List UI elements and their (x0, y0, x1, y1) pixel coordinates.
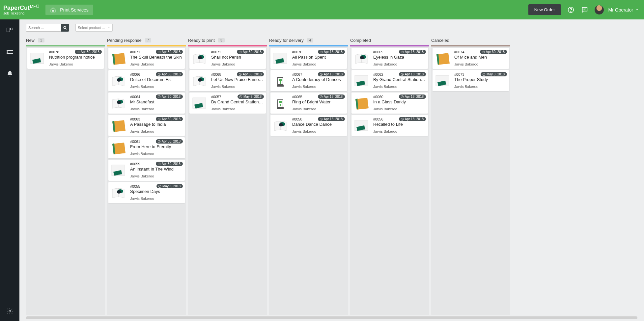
clock-icon (401, 95, 404, 98)
ticket-card[interactable]: #0074Apr 30, 2018Of Mice and MenJarvis B… (433, 48, 509, 69)
ticket-card[interactable]: #0058Apr 18, 2018Dance Dance DanceJarvis… (270, 115, 347, 136)
user-name: Mr Operator (608, 7, 633, 13)
svg-point-15 (64, 26, 66, 29)
svg-rect-7 (11, 28, 13, 30)
column-title: Canceled (431, 38, 449, 43)
ticket-card[interactable]: #0062Apr 18, 2018By Grand Central Statio… (351, 70, 428, 91)
ticket-thumbnail (270, 94, 290, 112)
sidebar (0, 19, 19, 321)
search-input[interactable] (26, 24, 61, 32)
ticket-date-badge: Apr 18, 2018 (318, 50, 345, 54)
ticket-thumbnail (189, 72, 209, 89)
ticket-id: #0057 (211, 95, 221, 99)
clock-icon (401, 73, 404, 76)
ticket-user: Jarvis Bakeroo (130, 129, 183, 133)
user-avatar[interactable] (595, 5, 604, 14)
ticket-card[interactable]: #0055May 3, 2018Specimen DaysJarvis Bake… (108, 182, 185, 203)
ticket-thumbnail (108, 94, 128, 112)
ticket-card[interactable]: #0078Apr 30, 2018Nutrition program notic… (27, 48, 104, 69)
ticket-card[interactable]: #0066Apr 30, 2018Dulce et Decorum EstJar… (108, 70, 185, 91)
ticket-date-badge: Apr 30, 2018 (156, 162, 183, 166)
column-cards: #0071Apr 30, 2018The Skull Beneath the S… (107, 46, 186, 204)
ticket-card[interactable]: #0071Apr 30, 2018The Skull Beneath the S… (108, 48, 185, 69)
ticket-title: An Instant In The Wind (130, 167, 183, 172)
home-icon (50, 7, 56, 13)
clock-icon (157, 140, 161, 143)
ticket-card[interactable]: #0073May 3, 2018The Proper StudyJarvis B… (433, 70, 509, 91)
ticket-card[interactable]: #0059Apr 30, 2018An Instant In The WindJ… (108, 160, 185, 181)
new-order-button[interactable]: New Order (528, 4, 561, 15)
ticket-card[interactable]: #0067Apr 18, 2018A Confederacy of Dunces… (270, 70, 347, 91)
clock-icon (238, 73, 242, 76)
ticket-thumbnail (27, 50, 47, 67)
column-header: Canceled (431, 36, 510, 45)
clock-icon (157, 50, 161, 54)
user-menu-chevron-icon[interactable] (635, 7, 639, 13)
ticket-date-badge: Apr 30, 2018 (156, 72, 183, 76)
help-icon[interactable] (567, 6, 575, 14)
svg-rect-0 (37, 5, 39, 7)
ticket-thumbnail (270, 72, 290, 89)
sidebar-board-view[interactable] (0, 19, 19, 41)
ticket-date-badge: Apr 18, 2018 (399, 117, 426, 121)
ticket-id: #0074 (454, 50, 464, 54)
ticket-card[interactable]: #0057May 3, 2018By Grand Central Station… (189, 93, 266, 114)
sidebar-notifications[interactable] (0, 63, 19, 85)
ticket-id: #0060 (373, 95, 383, 99)
ticket-thumbnail (108, 184, 128, 201)
ticket-card[interactable]: #0056Apr 18, 2018Recalled to LifeJarvis … (351, 115, 428, 136)
ticket-title: The Proper Study (454, 77, 507, 82)
product-select[interactable]: Select product ... (75, 24, 113, 32)
ticket-card[interactable]: #0060Apr 18, 2018In a Glass DarklyJarvis… (351, 93, 428, 114)
ticket-id: #0058 (292, 117, 302, 121)
ticket-card[interactable]: #0065Apr 18, 2018Ring of Bright WaterJar… (270, 93, 347, 114)
kanban-board: New1#0078Apr 30, 2018Nutrition program n… (19, 36, 644, 315)
ticket-date-badge: Apr 30, 2018 (237, 50, 264, 54)
horizontal-scrollbar[interactable] (26, 316, 637, 319)
column-title: New (26, 38, 35, 43)
column-title: Completed (350, 38, 371, 43)
sidebar-list-view[interactable] (0, 41, 19, 63)
clock-icon (320, 73, 323, 76)
clock-icon (320, 50, 323, 54)
column-count: 3 (218, 38, 225, 42)
ticket-id: #0071 (130, 50, 140, 54)
svg-line-16 (66, 28, 67, 29)
ticket-user: Jarvis Bakeroo (292, 129, 345, 133)
product-select-label: Select product ... (78, 26, 105, 30)
chat-icon[interactable] (581, 6, 589, 14)
ticket-card[interactable]: #0072Apr 30, 2018Shall not PerishJarvis … (189, 48, 266, 69)
ticket-user: Jarvis Bakeroo (130, 62, 183, 66)
ticket-card[interactable]: #0069Apr 18, 2018Eyeless in GazaJarvis B… (351, 48, 428, 69)
ticket-date-badge: Apr 18, 2018 (399, 50, 426, 54)
ticket-card[interactable]: #0068Apr 30, 2018Let Us Now Praise Famou… (189, 70, 266, 91)
search-button[interactable] (61, 24, 69, 32)
column-title: Ready for delivery (269, 38, 304, 43)
ticket-id: #0070 (292, 50, 302, 54)
ticket-card[interactable]: #0064Apr 30, 2018Mr StandfastJarvis Bake… (108, 93, 185, 114)
ticket-title: Dulce et Decorum Est (130, 77, 183, 82)
ticket-card[interactable]: #0070Apr 18, 2018All Passion SpentJarvis… (270, 48, 347, 69)
ticket-user: Jarvis Bakeroo (130, 107, 183, 111)
ticket-user: Jarvis Bakeroo (130, 197, 183, 201)
ticket-user: Jarvis Bakeroo (373, 85, 426, 89)
sidebar-settings[interactable] (0, 301, 19, 321)
ticket-user: Jarvis Bakeroo (373, 62, 426, 66)
ticket-user: Jarvis Bakeroo (49, 62, 102, 66)
ticket-thumbnail (351, 117, 371, 134)
ticket-id: #0068 (211, 72, 221, 76)
print-services-button[interactable]: Print Services (45, 5, 93, 15)
ticket-title: Recalled to Life (373, 122, 426, 127)
ticket-card[interactable]: #0063Apr 30, 2018A Passage to IndiaJarvi… (108, 115, 185, 136)
ticket-id: #0064 (130, 95, 140, 99)
ticket-id: #0062 (373, 72, 383, 76)
ticket-card[interactable]: #0061Apr 30, 2018From Here to EternityJa… (108, 137, 185, 158)
ticket-date-badge: Apr 30, 2018 (237, 72, 264, 76)
ticket-date-badge: Apr 18, 2018 (399, 94, 426, 99)
ticket-user: Jarvis Bakeroo (211, 85, 264, 89)
clock-icon (157, 73, 161, 76)
column-title: Pending response (107, 38, 142, 43)
ticket-date-badge: Apr 18, 2018 (399, 72, 426, 76)
column-canceled: Canceled#0074Apr 30, 2018Of Mice and Men… (431, 36, 510, 315)
ticket-date-badge: Apr 30, 2018 (156, 94, 183, 99)
